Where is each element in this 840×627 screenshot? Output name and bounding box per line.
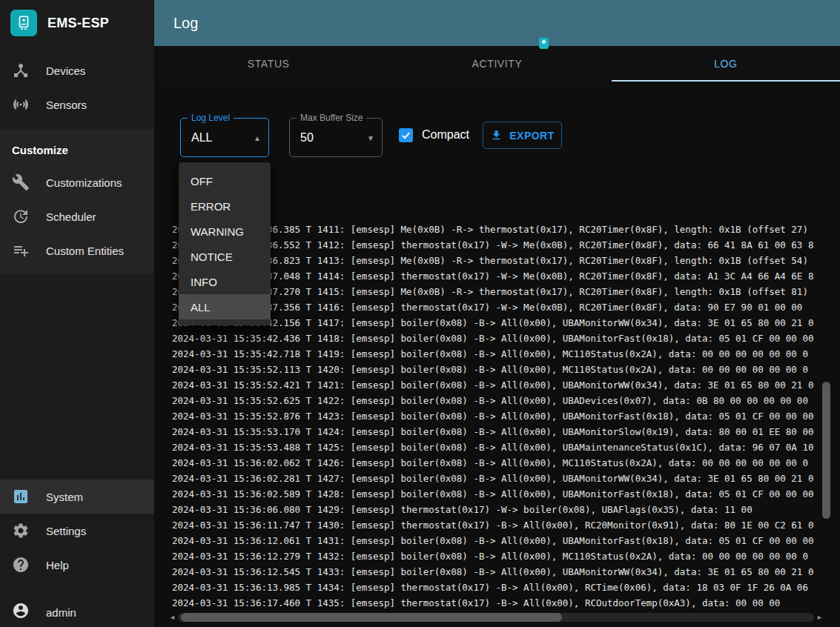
sidebar-item-scheduler[interactable]: Scheduler [0,199,154,233]
sidebar-item-label: Settings [46,525,86,537]
horizontal-scrollbar-thumb[interactable] [181,613,562,622]
app-bar: Log [154,0,840,46]
log-line: 2024-03-31 15:36:02.062 T 1426: [emsesp]… [172,455,819,471]
brand-row: EMS-ESP [0,0,154,46]
log-line: 2024-03-31 15:35:52.625 T 1422: [emsesp]… [172,393,819,408]
log-line: 2024-03-31 15:36:06.080 T 1429: [emsesp]… [172,502,819,517]
sidebar-item-sensors[interactable]: Sensors [0,87,154,122]
sidebar-item-devices[interactable]: Devices [0,53,154,87]
compact-toggle[interactable]: Compact [399,120,469,150]
checkmark-icon [400,130,411,141]
tab-activity[interactable]: ACTIVITY [383,46,611,82]
max-buffer-value: 50 [300,131,314,145]
sidebar-item-label: Sensors [46,99,87,111]
sidebar-user[interactable]: admin [0,595,154,627]
sidebar-customize-group: Customize Customizations Scheduler Custo… [0,129,154,273]
sidebar-item-custom-entities[interactable]: Custom Entities [0,233,154,268]
header-mini-logo-icon [539,38,549,49]
clock-update-icon [12,208,30,225]
menu-option-off[interactable]: OFF [179,168,271,193]
dropdown-collapse-icon[interactable]: ▲ [254,134,261,142]
tab-bar: STATUS ACTIVITY LOG [154,46,840,82]
compact-checkbox[interactable] [399,128,413,142]
download-icon [490,129,503,142]
log-level-select[interactable]: Log Level ALL ▲ [180,118,269,157]
sidebar: EMS-ESP Devices Sensors [0,0,154,627]
log-line: 2024-03-31 15:35:53.170 T 1424: [emsesp]… [172,424,819,439]
tab-log[interactable]: LOG [612,46,840,82]
scroll-left-icon[interactable]: ◄ [169,614,176,621]
sidebar-nav-bottom: System Settings Help [0,480,154,582]
log-line: 2024-03-31 15:36:12.545 T 1433: [emsesp]… [172,564,819,580]
log-line: 2024-03-31 15:35:42.718 T 1419: [emsesp]… [172,346,819,362]
sidebar-item-label: Customizations [46,176,122,189]
sidebar-item-settings[interactable]: Settings [0,514,154,548]
menu-option-notice[interactable]: NOTICE [179,244,271,269]
device-hub-icon [12,62,30,79]
gear-icon [12,522,30,540]
log-level-value: ALL [191,131,212,145]
playlist-add-icon [12,242,30,259]
sensors-icon [12,96,30,113]
analytics-icon [12,488,30,505]
brand-name: EMS-ESP [47,16,109,31]
help-icon [12,556,30,574]
log-line: 2024-03-31 15:35:53.488 T 1425: [emsesp]… [172,439,819,455]
log-line: 2024-03-31 15:36:12.061 T 1431: [emsesp]… [172,533,819,548]
username: admin [46,606,76,619]
horizontal-scrollbar[interactable]: ◄ ► [169,611,823,623]
customize-section-title: Customize [0,129,154,165]
wrench-icon [12,173,30,191]
page-title: Log [173,15,198,32]
log-line: 2024-03-31 15:36:17.460 T 1435: [emsesp]… [172,595,819,611]
sidebar-item-label: Help [46,559,69,571]
log-line: 2024-03-31 15:35:52.113 T 1420: [emsesp]… [172,362,819,377]
menu-option-warning[interactable]: WARNING [179,219,271,244]
scroll-right-icon[interactable]: ► [816,614,823,621]
log-line: 2024-03-31 15:36:11.747 T 1430: [emsesp]… [172,517,819,533]
sidebar-nav-main: Devices Sensors [0,53,154,122]
export-button-label: EXPORT [509,130,555,142]
sidebar-item-help[interactable]: Help [0,548,154,582]
menu-option-info[interactable]: INFO [179,269,271,294]
account-circle-icon [12,602,30,623]
log-line: 2024-03-31 15:36:13.985 T 1434: [emsesp]… [172,580,819,595]
sidebar-item-customizations[interactable]: Customizations [0,165,154,199]
export-button[interactable]: EXPORT [483,122,562,149]
log-line: 2024-03-31 15:35:52.421 T 1421: [emsesp]… [172,377,819,393]
log-line: 2024-03-31 15:36:02.281 T 1427: [emsesp]… [172,471,819,486]
dropdown-expand-icon[interactable]: ▼ [367,134,374,142]
tab-status[interactable]: STATUS [154,46,383,82]
log-line: 2024-03-31 15:36:12.279 T 1432: [emsesp]… [172,548,819,564]
vertical-scrollbar-thumb[interactable] [822,382,830,519]
log-line: 2024-03-31 15:35:42.436 T 1418: [emsesp]… [172,331,819,346]
sidebar-item-label: System [46,491,83,503]
log-line: 2024-03-31 15:35:52.876 T 1423: [emsesp]… [172,408,819,424]
boiler-logo-icon [10,10,37,36]
log-line: 2024-03-31 15:36:02.589 T 1428: [emsesp]… [172,486,819,502]
menu-option-all[interactable]: ALL [179,294,271,319]
sidebar-item-label: Custom Entities [46,245,124,257]
sidebar-item-label: Scheduler [46,210,96,223]
compact-label: Compact [422,128,469,142]
max-buffer-label: Max Buffer Size [297,113,366,123]
app-root: EMS-ESP Devices Sensors [0,0,840,627]
sidebar-item-label: Devices [46,64,85,77]
max-buffer-select[interactable]: Max Buffer Size 50 ▼ [289,118,383,157]
menu-option-error[interactable]: ERROR [179,193,271,219]
sidebar-item-system[interactable]: System [0,480,154,514]
log-level-menu: OFF ERROR WARNING NOTICE INFO ALL [179,162,271,325]
log-level-label: Log Level [188,113,234,123]
